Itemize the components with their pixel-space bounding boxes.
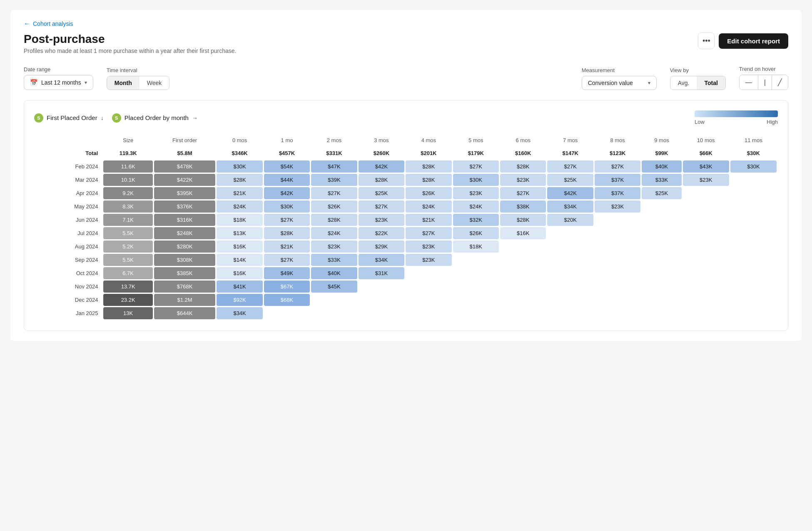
row-5-month-5: $26K bbox=[453, 227, 499, 239]
row-first-8: $385K bbox=[154, 267, 216, 279]
row-1-month-6: $23K bbox=[500, 174, 546, 186]
row-7-month-1: $27K bbox=[264, 254, 310, 266]
legend-gradient bbox=[695, 110, 778, 117]
trend-line-button[interactable]: — bbox=[740, 75, 758, 90]
row-10-month-6 bbox=[500, 294, 546, 306]
total-month-8: $123K bbox=[595, 147, 640, 159]
table-row: Dec 2024 23.2K $1.2M$92K$68K bbox=[35, 294, 777, 306]
row-7-month-9 bbox=[642, 254, 681, 266]
row-size-11: 13K bbox=[103, 307, 152, 319]
col-header-5mos: 5 mos bbox=[453, 135, 499, 146]
row-9-month-3 bbox=[359, 281, 404, 293]
trend-bar-button[interactable]: | bbox=[758, 75, 772, 90]
row-1-month-5: $30K bbox=[453, 174, 499, 186]
row-size-6: 5.2K bbox=[103, 240, 152, 253]
row-size-4: 7.1K bbox=[103, 214, 152, 226]
col-header-size: Size bbox=[103, 135, 152, 146]
page-title: Post-purchase bbox=[24, 33, 236, 46]
row-8-month-5 bbox=[453, 267, 499, 279]
col-header-7mos: 7 mos bbox=[547, 135, 593, 146]
row-first-2: $395K bbox=[154, 187, 216, 199]
row-8-month-9 bbox=[642, 267, 681, 279]
total-first: $5.8M bbox=[154, 147, 216, 159]
row-5-month-7 bbox=[547, 227, 593, 239]
row-10-month-1: $68K bbox=[264, 294, 310, 306]
row-5-month-4: $27K bbox=[406, 227, 451, 239]
date-range-button[interactable]: 📅 Last 12 months ▾ bbox=[24, 75, 93, 90]
row-2-month-5: $23K bbox=[453, 187, 499, 199]
row-11-month-2 bbox=[311, 307, 357, 319]
total-month-6: $160K bbox=[500, 147, 546, 159]
col-header-6mos: 6 mos bbox=[500, 135, 546, 146]
row-8-month-6 bbox=[500, 267, 546, 279]
row-size-5: 5.5K bbox=[103, 227, 152, 239]
row-1-month-9: $33K bbox=[642, 174, 681, 186]
row-7-month-0: $14K bbox=[217, 254, 262, 266]
avg-toggle[interactable]: Avg. bbox=[670, 76, 697, 90]
cohort-card-header: S First Placed Order ↓ S Placed Order by… bbox=[34, 110, 778, 125]
row-11-month-5 bbox=[453, 307, 499, 319]
row-first-5: $248K bbox=[154, 227, 216, 239]
row-6-month-9 bbox=[642, 240, 681, 253]
row-3-month-5: $24K bbox=[453, 200, 499, 213]
total-toggle[interactable]: Total bbox=[697, 76, 725, 90]
row-11-month-0: $34K bbox=[217, 307, 262, 319]
trend-label: Trend on hover bbox=[739, 66, 788, 72]
row-1-month-4: $28K bbox=[406, 174, 451, 186]
legend-block: Low High bbox=[695, 110, 778, 125]
row-0-month-6: $28K bbox=[500, 160, 546, 173]
view-by-toggle: Avg. Total bbox=[670, 76, 726, 90]
row-2-month-2: $27K bbox=[311, 187, 357, 199]
row-3-month-6: $38K bbox=[500, 200, 546, 213]
row-7-month-2: $33K bbox=[311, 254, 357, 266]
measurement-button[interactable]: Conversion value ▾ bbox=[582, 76, 657, 90]
row-0-month-0: $30K bbox=[217, 160, 262, 173]
row-8-month-1: $49K bbox=[264, 267, 310, 279]
row-1-month-11 bbox=[730, 174, 777, 186]
total-month-1: $457K bbox=[264, 147, 310, 159]
view-by-label: View by bbox=[670, 67, 726, 73]
row-6-month-2: $23K bbox=[311, 240, 357, 253]
row-5-month-6: $16K bbox=[500, 227, 546, 239]
row-size-1: 10.1K bbox=[103, 174, 152, 186]
page-subtitle: Profiles who made at least 1 more purcha… bbox=[24, 48, 236, 54]
row-label-8: Oct 2024 bbox=[35, 267, 102, 279]
trend-filter: Trend on hover — | ╱ bbox=[739, 66, 788, 90]
table-row: Oct 2024 6.7K $385K$16K$49K$40K$31K bbox=[35, 267, 777, 279]
row-2-month-8: $37K bbox=[595, 187, 640, 199]
total-label: Total bbox=[35, 147, 102, 159]
back-link[interactable]: ← Cohort analysis bbox=[24, 20, 788, 28]
row-label-6: Aug 2024 bbox=[35, 240, 102, 253]
col-header-empty bbox=[35, 135, 102, 146]
row-10-month-10 bbox=[683, 294, 729, 306]
more-options-button[interactable]: ••• bbox=[698, 33, 715, 49]
trend-diagonal-button[interactable]: ╱ bbox=[772, 75, 788, 90]
month-toggle[interactable]: Month bbox=[107, 76, 139, 90]
row-10-month-7 bbox=[547, 294, 593, 306]
row-11-month-10 bbox=[683, 307, 729, 319]
row-size-0: 11.6K bbox=[103, 160, 152, 173]
row-7-month-10 bbox=[683, 254, 729, 266]
row-1-month-3: $28K bbox=[359, 174, 404, 186]
row-5-month-3: $22K bbox=[359, 227, 404, 239]
calendar-icon: 📅 bbox=[30, 79, 38, 86]
row-5-month-1: $28K bbox=[264, 227, 310, 239]
row-0-month-5: $27K bbox=[453, 160, 499, 173]
measurement-label: Measurement bbox=[582, 67, 657, 73]
row-5-month-0: $13K bbox=[217, 227, 262, 239]
edit-cohort-button[interactable]: Edit cohort report bbox=[719, 33, 788, 49]
row-8-month-0: $16K bbox=[217, 267, 262, 279]
row-2-month-4: $26K bbox=[406, 187, 451, 199]
row-6-month-8 bbox=[595, 240, 640, 253]
first-placed-order-label: S First Placed Order ↓ bbox=[34, 113, 104, 123]
week-toggle[interactable]: Week bbox=[139, 76, 169, 90]
row-7-month-6 bbox=[500, 254, 546, 266]
cohort-table: Size First order 0 mos 1 mo 2 mos 3 mos … bbox=[34, 133, 778, 321]
row-size-9: 13.7K bbox=[103, 281, 152, 293]
row-8-month-7 bbox=[547, 267, 593, 279]
row-0-month-2: $47K bbox=[311, 160, 357, 173]
row-9-month-1: $67K bbox=[264, 281, 310, 293]
row-4-month-7: $20K bbox=[547, 214, 593, 226]
row-8-month-10 bbox=[683, 267, 729, 279]
measurement-filter: Measurement Conversion value ▾ bbox=[582, 67, 657, 90]
